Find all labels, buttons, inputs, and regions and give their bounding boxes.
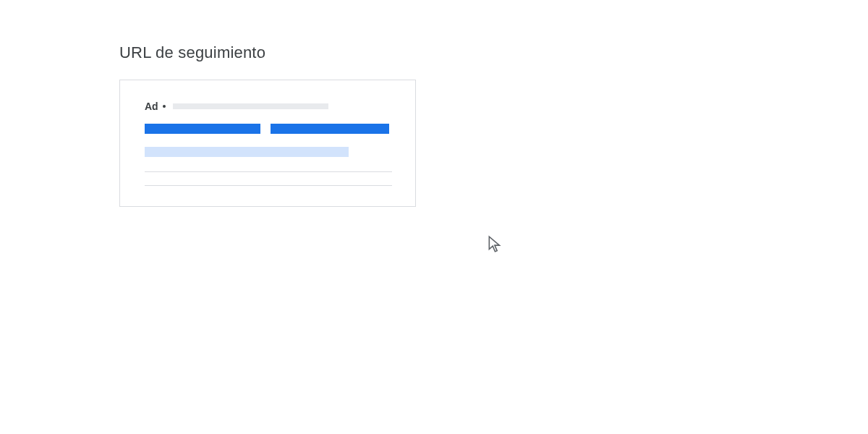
ad-preview-card: Ad [119,80,416,207]
ad-headline-placeholder-2 [271,124,389,134]
ad-divider-2 [145,185,392,186]
ad-description-placeholder [145,147,349,157]
ad-divider-1 [145,171,392,172]
ad-headline-row [145,124,391,134]
ad-url-placeholder [173,103,328,109]
cursor-icon [488,235,503,254]
tracking-url-section: URL de seguimiento Ad [0,0,868,207]
ad-header-row: Ad [145,101,391,112]
ad-separator-dot [163,105,166,108]
ad-headline-placeholder-1 [145,124,260,134]
section-title: URL de seguimiento [119,43,868,62]
ad-badge-label: Ad [145,101,158,112]
